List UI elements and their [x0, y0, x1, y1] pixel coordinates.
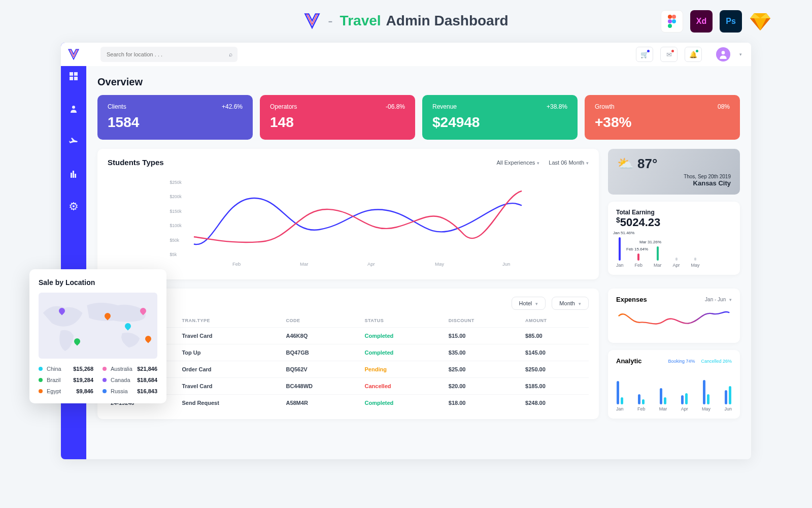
earning-value: 5024.23 — [620, 216, 661, 229]
stat-label: Clients — [108, 103, 126, 110]
transactions-card: Hotel ▾ Month ▾ TRAN.TYPECODESTATUSDISCO… — [97, 289, 599, 419]
table-row[interactable]: Travel CardA46K8QCompleted$15.00$85.00 — [108, 328, 589, 344]
weather-date: Thos, Sep 20th 2019 — [617, 174, 731, 179]
sketch-icon — [749, 10, 771, 33]
search-icon[interactable]: ⌕ — [229, 51, 232, 58]
stat-label: Operators — [270, 103, 297, 110]
location-item: China$15,268 — [39, 366, 93, 372]
analytic-bar: May — [702, 380, 710, 411]
mail-button[interactable]: ✉ — [660, 47, 678, 62]
svg-point-9 — [72, 106, 75, 109]
svg-text:Mar: Mar — [300, 261, 308, 267]
brand: - Travel Admin Dashboard — [303, 12, 508, 29]
cart-button[interactable]: 🛒 — [636, 47, 653, 62]
sidebar-building-icon[interactable] — [69, 169, 79, 179]
table-row[interactable]: Travel CardBC448WDCancelled$20.00$185.00 — [108, 378, 589, 395]
expenses-sparkline — [616, 303, 732, 334]
weather-temp: 87° — [637, 156, 657, 172]
sidebar-plane-icon[interactable] — [69, 136, 79, 146]
stat-change: -06.8% — [386, 103, 405, 110]
analytic-card: Analytic Booking 74% Cancelled 26% JanFe… — [608, 350, 740, 419]
svg-point-14 — [722, 51, 725, 54]
brand-rest: Admin Dashboard — [386, 13, 509, 29]
brand-travel: Travel — [340, 13, 381, 29]
logo-icon — [303, 12, 321, 29]
stat-value: 1584 — [108, 114, 243, 131]
location-item: Australia$21,846 — [103, 366, 157, 372]
analytic-bar: Jun — [724, 386, 732, 411]
avatar-caret[interactable]: ▾ — [739, 52, 742, 57]
stat-change: +38.8% — [547, 103, 567, 110]
sidebar-dashboard-icon[interactable] — [69, 71, 79, 81]
sidebar-settings-icon[interactable] — [69, 201, 79, 211]
weather-city: Kansas City — [617, 179, 731, 187]
table-row[interactable]: Top UpBQ47GBCompleted$35.00$145.00 — [108, 344, 589, 361]
bell-button[interactable]: 🔔 — [685, 47, 702, 62]
analytic-bar: Jan — [616, 381, 624, 411]
sidebar-user-icon[interactable] — [69, 104, 79, 114]
avatar[interactable] — [716, 47, 730, 61]
line-chart: $250k$200k$150k$100k$50k$5k FebMarAprMay… — [108, 172, 589, 268]
earning-bar: Jan 51.46%Jan — [616, 237, 624, 268]
svg-point-4 — [668, 24, 672, 28]
search-input[interactable] — [107, 51, 231, 57]
svg-point-2 — [668, 19, 672, 23]
table-header: CODE — [283, 314, 361, 328]
analytic-title: Analytic — [616, 357, 642, 365]
table-filter-month[interactable]: Month ▾ — [552, 297, 589, 310]
earning-bar: Mar 31.26%Mar — [654, 246, 662, 268]
weather-card: ⛅87° Thos, Sep 20th 2019 Kansas City — [608, 149, 740, 195]
svg-text:$250k: $250k — [170, 180, 182, 185]
svg-text:$200k: $200k — [170, 194, 182, 199]
table-filter-hotel[interactable]: Hotel ▾ — [512, 297, 546, 310]
table-row[interactable]: 24-19246Send RequestA58M4RCompleted$18.0… — [108, 395, 589, 411]
svg-rect-5 — [70, 72, 73, 76]
table-header: AMOUNT — [522, 314, 589, 328]
weather-icon: ⛅ — [617, 156, 633, 172]
svg-rect-11 — [73, 171, 74, 178]
table-row[interactable]: Order CardBQ562VPending$25.00$250.00 — [108, 361, 589, 378]
earning-bar: May — [691, 258, 700, 268]
sale-by-location-card: Sale by Location China$15,268Australia$2… — [29, 269, 166, 403]
svg-text:May: May — [435, 261, 444, 267]
stat-value: $24948 — [432, 114, 567, 131]
analytic-bar: Mar — [659, 388, 667, 411]
ps-icon: Ps — [720, 10, 742, 33]
world-map — [39, 293, 157, 359]
location-item: Russia$16,843 — [103, 388, 157, 394]
main-chart-card: Students Types All Experiences▾ Last 06 … — [97, 149, 599, 279]
svg-text:$100k: $100k — [170, 223, 182, 228]
svg-point-0 — [668, 15, 672, 19]
location-item: Canada$18,684 — [103, 377, 157, 383]
earning-title: Total Earning — [616, 209, 732, 216]
svg-point-1 — [672, 15, 676, 19]
chart-filter-period[interactable]: Last 06 Month▾ — [549, 160, 589, 166]
svg-rect-10 — [71, 173, 72, 178]
svg-rect-7 — [70, 77, 73, 80]
table-header: TRAN.TYPE — [179, 314, 283, 328]
location-title: Sale by Location — [39, 278, 157, 287]
logo-corner — [61, 43, 86, 66]
stat-value: +38% — [595, 114, 730, 131]
table-header: DISCOUNT — [446, 314, 522, 328]
chart-filter-experiences[interactable]: All Experiences▾ — [496, 160, 539, 166]
svg-text:Apr: Apr — [367, 261, 375, 267]
stat-card: Growth08%+38% — [585, 95, 740, 140]
stat-change: +42.6% — [222, 103, 243, 110]
legend-cancelled: Cancelled 26% — [701, 359, 732, 364]
overview-title: Overview — [97, 76, 740, 88]
stat-change: 08% — [718, 103, 730, 110]
earning-bar: Feb 15.64%Feb — [635, 253, 643, 268]
svg-rect-12 — [75, 174, 76, 178]
figma-icon — [661, 10, 683, 33]
svg-text:$50k: $50k — [170, 238, 180, 243]
stat-label: Revenue — [432, 103, 457, 110]
search-box[interactable]: ⌕ — [100, 47, 238, 62]
table-header: STATUS — [362, 314, 446, 328]
topbar: ⌕ 🛒 ✉ 🔔 ▾ — [86, 43, 751, 66]
svg-rect-6 — [74, 72, 78, 76]
expenses-card: Expenses Jan - Jun ▾ — [608, 289, 740, 343]
expenses-range[interactable]: Jan - Jun ▾ — [705, 297, 732, 302]
analytic-bar: Feb — [637, 394, 646, 411]
analytic-bar: Apr — [681, 393, 688, 411]
